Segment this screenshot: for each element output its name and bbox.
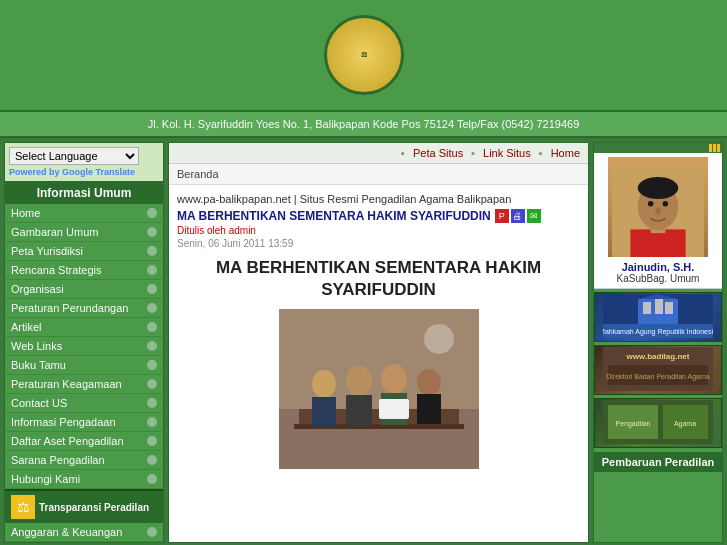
powered-by-text: Powered by Google Translate [9,167,159,177]
article-image-container [177,309,580,469]
sidebar-item-label: Home [11,207,40,219]
sidebar-item-rencana[interactable]: Rencana Strategis [5,261,163,280]
other-banner[interactable]: Pengadilan Agama [594,398,722,448]
sidebar-item-label: Organisasi [11,283,64,295]
mahkamah-banner-content: Mahkamah Agung Republik Indonesia [601,292,715,342]
sidebar-item-organisasi[interactable]: Organisasi [5,280,163,299]
bullet-icon [147,455,157,465]
main-layout: Select Language Powered by Google Transl… [0,138,727,545]
sidebar-item-label: Artikel [11,321,42,333]
sidebar-item-daftaraset[interactable]: Daftar Aset Pengadilan [5,432,163,451]
sidebar-item-contact[interactable]: Contact US [5,394,163,413]
bullet-icon [147,527,157,537]
svg-rect-5 [312,397,336,427]
transparansi-box[interactable]: ⚖ Transparansi Peradilan [5,489,163,523]
sidebar-item-label: Daftar Aset Pengadilan [11,435,124,447]
sidebar-item-label: Peraturan Keagamaan [11,378,122,390]
mahkamah-banner[interactable]: Mahkamah Agung Republik Indonesia [594,292,722,342]
print-icon[interactable]: 🖨 [511,209,525,223]
sidebar-item-sarana[interactable]: Sarana Pengadilan [5,451,163,470]
sidebar-item-peta[interactable]: Peta Yurisdiksi [5,242,163,261]
sidebar-item-keagamaan[interactable]: Peraturan Keagamaan [5,375,163,394]
bullet-icon [147,265,157,275]
logo: ⚖ [324,15,404,95]
badilag-banner-content: www.badilag.net Direktori Badan Peradila… [601,345,715,395]
written-by: Ditulis oleh admin [177,225,256,236]
sidebar-item-label: Informasi Pengadaan [11,416,116,428]
top-nav-bar: ▪ Peta Situs ▪ Link Situs ▪ Home [169,143,588,164]
connector-dot [713,144,716,152]
svg-rect-12 [417,394,441,424]
sidebar-item-weblinks[interactable]: Web Links [5,337,163,356]
sidebar-item-label: Web Links [11,340,62,352]
address-text: Jl. Kol. H. Syarifuddin Yoes No. 1, Bali… [148,118,580,130]
translate-section: Select Language Powered by Google Transl… [5,143,163,182]
language-select[interactable]: Select Language [9,147,139,165]
svg-point-19 [648,201,654,207]
sidebar-item-infopengadaan[interactable]: Informasi Pengadaan [5,413,163,432]
article-content: www.pa-balikpapan.net | Situs Resmi Peng… [169,185,588,485]
svg-point-8 [381,364,407,394]
google-label: Google [62,167,93,177]
sidebar-item-label: Anggaran & Keuangan [11,526,122,538]
breadcrumb-text: Beranda [177,168,219,180]
nav-sep2: ▪ [471,147,475,159]
nav-home[interactable]: Home [551,147,580,159]
svg-rect-10 [379,399,409,419]
connector-dot [717,144,720,152]
right-sidebar: Jainudin, S.H. KaSubBag. Umum Mahkamah A… [593,142,723,543]
article-title-link[interactable]: MA BERHENTIKAN SEMENTARA HAKIM SYARIFUDD… [177,209,491,223]
badilag-logo: www.badilag.net Direktori Badan Peradila… [603,347,713,391]
person-photo [608,157,708,257]
person-role: KaSubBag. Umum [598,273,718,284]
bullet-icon [147,322,157,332]
connector-strip [594,143,722,153]
article-action-icons: P 🖨 ✉ [495,209,541,223]
sidebar-item-label: Sarana Pengadilan [11,454,105,466]
nav-sep3: ▪ [539,147,543,159]
svg-rect-15 [630,229,685,257]
svg-point-20 [663,201,669,207]
transparansi-label: Transparansi Peradilan [39,502,149,513]
scale-icon: ⚖ [11,495,35,519]
sidebar-item-label: Hubungi Kami [11,473,80,485]
svg-text:Agama: Agama [674,420,696,428]
nav-peta-situs[interactable]: Peta Situs [413,147,463,159]
nav-link-situs[interactable]: Link Situs [483,147,531,159]
person-card: Jainudin, S.H. KaSubBag. Umum [594,153,722,289]
bullet-icon [147,246,157,256]
bullet-icon [147,227,157,237]
bullet-icon [147,398,157,408]
bullet-icon [147,436,157,446]
article-date: Senin, 06 Juni 2011 13:59 [177,238,580,249]
bullet-icon [147,474,157,484]
connector-dot [709,144,712,152]
svg-point-21 [655,207,661,214]
sidebar-item-gambaran[interactable]: Gambaran Umum [5,223,163,242]
article-title-text: MA BERHENTIKAN SEMENTARA HAKIM SYARIFUDD… [177,209,491,223]
sidebar-item-hubungi[interactable]: Hubungi Kami [5,470,163,489]
person-face [608,157,708,257]
sidebar-item-label: Buku Tamu [11,359,66,371]
breadcrumb: Beranda [169,164,588,185]
center-content: ▪ Peta Situs ▪ Link Situs ▪ Home Beranda… [168,142,589,543]
sidebar-item-bukutamu[interactable]: Buku Tamu [5,356,163,375]
badilag-banner[interactable]: www.badilag.net Direktori Badan Peradila… [594,345,722,395]
other-logo: Pengadilan Agama [603,400,713,444]
sidebar-item-peraturan[interactable]: Peraturan Perundangan [5,299,163,318]
article-photo-svg [279,309,479,469]
connector-dots [709,144,720,152]
email-icon[interactable]: ✉ [527,209,541,223]
person-svg [608,165,708,257]
pembaruan-label: Pembaruan Peradilan [594,452,722,472]
pdf-icon[interactable]: P [495,209,509,223]
sidebar-item-artikel[interactable]: Artikel [5,318,163,337]
bullet-icon [147,417,157,427]
sidebar-item-home[interactable]: Home [5,204,163,223]
svg-text:www.badilag.net: www.badilag.net [626,352,690,361]
top-banner: ⚖ [0,0,727,110]
article-meta: Ditulis oleh admin [177,225,580,236]
sidebar-item-anggaran[interactable]: Anggaran & Keuangan [5,523,163,542]
article-image [279,309,479,469]
translate-label: Translate [96,167,136,177]
